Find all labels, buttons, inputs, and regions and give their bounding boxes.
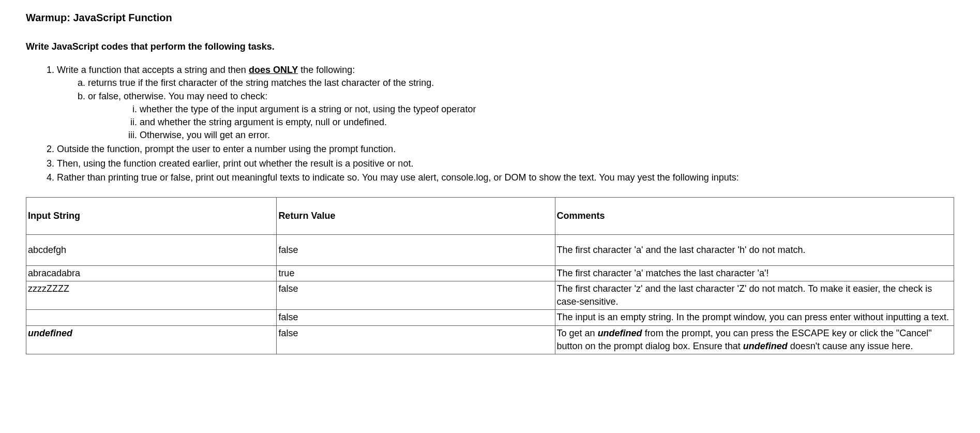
cell-input: undefined <box>26 325 277 354</box>
table-row: falseThe input is an empty string. In th… <box>26 310 954 325</box>
cell-comment: To get an undefined from the prompt, you… <box>555 325 954 354</box>
list-item-1: Write a function that accepts a string a… <box>57 64 954 142</box>
table-body: abcdefghfalseThe first character 'a' and… <box>26 234 954 354</box>
cell-return: false <box>277 234 555 265</box>
th-input: Input String <box>26 197 277 234</box>
th-return: Return Value <box>277 197 555 234</box>
list-item-3: Then, using the function created earlier… <box>57 157 954 170</box>
table-row: abracadabratrueThe first character 'a' m… <box>26 265 954 281</box>
item1b-iii: Otherwise, you will get an error. <box>140 129 954 142</box>
cell-comment: The first character 'z' and the last cha… <box>555 281 954 310</box>
item1b-i: whether the type of the input argument i… <box>140 103 954 116</box>
cell-input: abcdefgh <box>26 234 277 265</box>
item1b-ii: and whether the string argument is empty… <box>140 116 954 129</box>
instruction-text: Write JavaScript codes that perform the … <box>26 40 954 53</box>
item1-pre: Write a function that accepts a string a… <box>57 65 249 75</box>
sublist-1: returns true if the first character of t… <box>88 77 954 142</box>
cell-comment: The first character 'a' and the last cha… <box>555 234 954 265</box>
list-item-4: Rather than printing true or false, prin… <box>57 171 954 184</box>
list-item-2: Outside the function, prompt the user to… <box>57 143 954 156</box>
table-row: undefinedfalseTo get an undefined from t… <box>26 325 954 354</box>
page-title: Warmup: JavaScript Function <box>26 10 954 25</box>
table-row: zzzzZZZZfalseThe first character 'z' and… <box>26 281 954 310</box>
table-row: abcdefghfalseThe first character 'a' and… <box>26 234 954 265</box>
main-ordered-list: Write a function that accepts a string a… <box>57 64 954 184</box>
table-header-row: Input String Return Value Comments <box>26 197 954 234</box>
item1b-text: or false, otherwise. You may need to che… <box>88 91 267 101</box>
th-comments: Comments <box>555 197 954 234</box>
examples-table: Input String Return Value Comments abcde… <box>26 197 954 354</box>
item1b: or false, otherwise. You may need to che… <box>88 90 954 142</box>
item1-post: the following: <box>298 65 355 75</box>
item1-bold: does ONLY <box>249 65 298 75</box>
cell-return: true <box>277 265 555 281</box>
cell-return: false <box>277 310 555 325</box>
cell-return: false <box>277 281 555 310</box>
cell-comment: The input is an empty string. In the pro… <box>555 310 954 325</box>
cell-input: abracadabra <box>26 265 277 281</box>
cell-return: false <box>277 325 555 354</box>
cell-comment: The first character 'a' matches the last… <box>555 265 954 281</box>
item1a: returns true if the first character of t… <box>88 77 954 89</box>
cell-input <box>26 310 277 325</box>
sublist-1b: whether the type of the input argument i… <box>140 103 954 142</box>
cell-input: zzzzZZZZ <box>26 281 277 310</box>
